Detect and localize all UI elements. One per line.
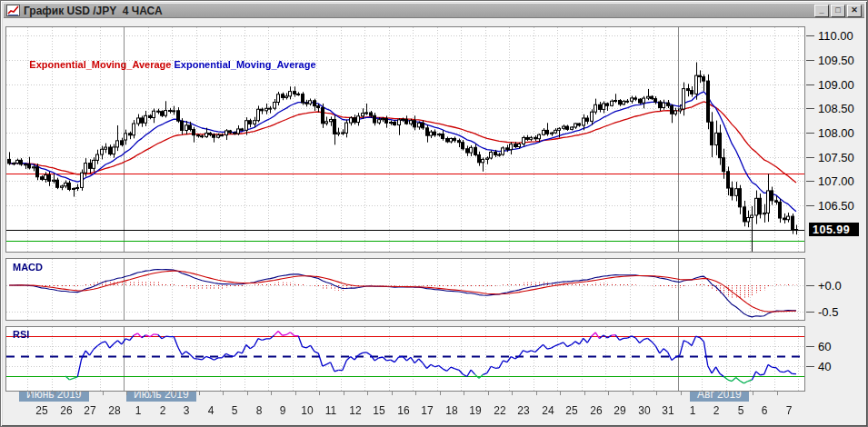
day-boundary-tick bbox=[295, 392, 296, 395]
window-title: График USD /JPY 4 ЧАСА bbox=[24, 5, 811, 17]
day-label: 31 bbox=[656, 404, 680, 417]
day-boundary-tick bbox=[55, 392, 55, 395]
day-boundary-tick bbox=[560, 392, 561, 395]
ema-legend-blue: Exponential_Moving_Average bbox=[175, 59, 316, 70]
price-axis-tick bbox=[806, 205, 814, 206]
rsi-axis-tick bbox=[806, 346, 814, 347]
day-boundary-tick bbox=[608, 392, 609, 395]
price-axis-label: 106.50 bbox=[818, 199, 854, 213]
macd-axis-tick bbox=[806, 312, 814, 313]
day-label: 22 bbox=[488, 404, 512, 417]
day-label: 19 bbox=[464, 404, 487, 417]
price-axis-tick bbox=[806, 35, 814, 36]
day-boundary-tick bbox=[319, 392, 320, 395]
day-label: 17 bbox=[415, 404, 439, 417]
price-axis-label: 109.50 bbox=[818, 54, 854, 67]
rsi-axis-tick bbox=[806, 366, 814, 367]
day-boundary-tick bbox=[223, 392, 224, 395]
day-label: 11 bbox=[319, 404, 343, 417]
price-axis-label: 108.00 bbox=[818, 126, 854, 140]
day-boundary-tick bbox=[729, 392, 730, 395]
day-label: 26 bbox=[584, 404, 608, 417]
window-buttons: _□✕ bbox=[814, 5, 862, 17]
price-axis-tick bbox=[806, 181, 814, 182]
day-label: 5 bbox=[729, 404, 753, 417]
day-boundary-tick bbox=[30, 392, 31, 395]
day-boundary-tick bbox=[681, 392, 682, 395]
day-label: 30 bbox=[633, 404, 656, 417]
day-label: 10 bbox=[295, 404, 319, 417]
price-axis-tick bbox=[806, 157, 814, 158]
macd-axis-label: -0.5 bbox=[818, 305, 838, 319]
day-boundary-tick bbox=[415, 392, 416, 395]
day-boundary-tick bbox=[344, 392, 344, 395]
day-label: 6 bbox=[753, 404, 776, 417]
macd-canvas[interactable] bbox=[5, 258, 805, 321]
day-boundary-tick bbox=[704, 392, 705, 395]
day-label: 2 bbox=[704, 404, 728, 417]
day-label: 28 bbox=[103, 404, 126, 417]
day-label: 4 bbox=[199, 404, 223, 417]
day-label: 15 bbox=[367, 404, 391, 417]
price-axis-label: 107.00 bbox=[818, 174, 854, 188]
day-label: 5 bbox=[223, 404, 246, 417]
chart-client-area: Exponential_Moving_Average Exponential_M… bbox=[4, 19, 864, 423]
day-boundary-tick bbox=[247, 392, 248, 395]
day-boundary-tick bbox=[464, 392, 464, 395]
day-label: 24 bbox=[536, 404, 560, 417]
day-boundary-tick bbox=[367, 392, 368, 395]
minimize-button[interactable]: _ bbox=[814, 5, 829, 17]
day-boundary-tick bbox=[199, 392, 200, 395]
ema-legend-red: Exponential_Moving_Average bbox=[29, 59, 171, 70]
day-label: 27 bbox=[78, 404, 102, 417]
day-label: 29 bbox=[608, 404, 632, 417]
chart-icon bbox=[6, 5, 20, 16]
day-label: 25 bbox=[560, 404, 584, 417]
day-label: 18 bbox=[440, 404, 464, 417]
price-axis-tick bbox=[806, 60, 814, 61]
day-boundary-tick bbox=[392, 392, 393, 395]
rsi-canvas[interactable] bbox=[5, 326, 805, 392]
day-label: 1 bbox=[126, 404, 150, 417]
day-boundary-tick bbox=[103, 392, 104, 395]
day-boundary-tick bbox=[777, 392, 778, 395]
price-axis-label: 110.00 bbox=[818, 29, 853, 43]
day-label: 7 bbox=[777, 404, 801, 417]
macd-axis-label: +0.0 bbox=[818, 279, 842, 293]
close-button[interactable]: ✕ bbox=[847, 5, 862, 17]
price-axis-label: 109.00 bbox=[818, 78, 854, 92]
window-titlebar[interactable]: График USD /JPY 4 ЧАСА _□✕ bbox=[4, 4, 864, 18]
macd-axis-tick bbox=[806, 285, 814, 286]
day-label: 16 bbox=[392, 404, 415, 417]
day-boundary-tick bbox=[78, 392, 79, 395]
day-label: 23 bbox=[512, 404, 535, 417]
day-label: 26 bbox=[55, 404, 78, 417]
day-boundary-tick bbox=[126, 392, 127, 395]
rsi-axis-label: 40 bbox=[818, 360, 831, 373]
day-boundary-tick bbox=[656, 392, 657, 395]
rsi-label: RSI bbox=[13, 329, 29, 340]
day-boundary-tick bbox=[753, 392, 753, 395]
chart-window: График USD /JPY 4 ЧАСА _□✕ Exponential_M… bbox=[0, 0, 868, 427]
day-boundary-tick bbox=[512, 392, 513, 395]
day-boundary-tick bbox=[633, 392, 634, 395]
price-axis-tick bbox=[806, 108, 814, 109]
ema-legend: Exponential_Moving_Average Exponential_M… bbox=[13, 48, 316, 81]
day-boundary-tick bbox=[151, 392, 152, 395]
day-boundary-tick bbox=[488, 392, 489, 395]
day-boundary-tick bbox=[440, 392, 441, 395]
maximize-button[interactable]: □ bbox=[831, 5, 845, 17]
price-badge: 105.99 bbox=[809, 223, 859, 236]
day-boundary-tick bbox=[584, 392, 585, 395]
day-label: 2 bbox=[151, 404, 175, 417]
price-axis-tick bbox=[806, 133, 814, 134]
day-label: 9 bbox=[271, 404, 294, 417]
rsi-axis-label: 60 bbox=[818, 340, 831, 353]
price-axis-label: 108.50 bbox=[818, 102, 854, 115]
day-label: 3 bbox=[175, 404, 198, 417]
day-label: 8 bbox=[247, 404, 271, 417]
day-boundary-tick bbox=[271, 392, 272, 395]
price-axis-tick bbox=[806, 84, 814, 85]
macd-label: MACD bbox=[13, 262, 43, 273]
day-label: 25 bbox=[30, 404, 54, 417]
